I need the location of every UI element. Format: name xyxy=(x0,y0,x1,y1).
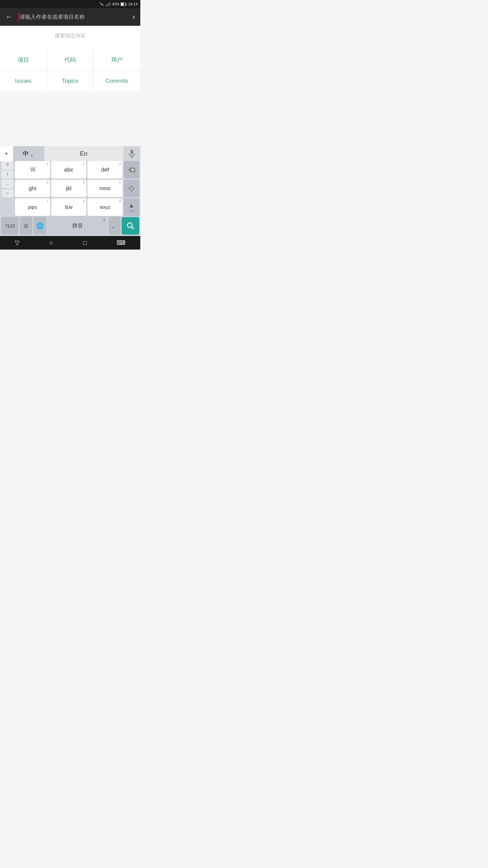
language-selector-row: 中， En xyxy=(0,146,140,161)
microphone-icon xyxy=(128,150,135,158)
back-button[interactable]: ← xyxy=(4,11,14,23)
pinyin-key[interactable]: 拼音 0 xyxy=(47,217,107,235)
key-mno[interactable]: 6 mno xyxy=(87,180,123,197)
key-abc[interactable]: 2 abc xyxy=(51,161,86,179)
status-bar: 43% 14:14 xyxy=(0,0,140,8)
search-submit-key[interactable] xyxy=(122,217,139,235)
forward-button[interactable]: › xyxy=(131,11,136,23)
svg-rect-7 xyxy=(126,3,127,5)
svg-line-0 xyxy=(99,2,104,6)
key-ci[interactable]: 1 '词 xyxy=(15,161,50,179)
globe-key[interactable]: 🌐 xyxy=(34,217,46,235)
navigation-bar: ▽ ○ □ ⌨ xyxy=(0,236,140,250)
cursor-move-key[interactable] xyxy=(124,180,139,197)
category-item-0[interactable]: 项目 xyxy=(0,49,47,71)
keyboard-row-1: ? ! 1 '词 2 abc 3 def xyxy=(0,161,140,179)
cursor-move-icon xyxy=(128,185,135,192)
key-pqrs[interactable]: 7 pqrs xyxy=(15,198,50,216)
key-exclaim[interactable]: ! xyxy=(2,171,13,179)
key-wxyz[interactable]: 9 wxyz xyxy=(87,198,123,216)
delete-key[interactable] xyxy=(124,161,139,179)
top-bar: ← 请输入作者名或者项目名称 › xyxy=(0,8,140,26)
svg-marker-18 xyxy=(133,188,135,190)
signal-icon xyxy=(106,2,110,6)
svg-marker-17 xyxy=(128,188,130,190)
keyboard-row-3: 7 pqrs 8 tuv 9 wxyz ▲ 123 xyxy=(0,198,140,216)
svg-marker-9 xyxy=(6,152,8,155)
nav-recent-button[interactable]: □ xyxy=(78,237,92,249)
key-main-row-1: 1 '词 2 abc 3 def xyxy=(15,161,123,179)
nav-home-button[interactable]: ○ xyxy=(44,237,59,249)
search-hint: 搜索指定内容 xyxy=(0,26,140,46)
keyboard-bottom-row: ?123 ☺ 🌐 拼音 0 。 xyxy=(0,217,140,235)
svg-rect-1 xyxy=(106,5,107,6)
key-main-row-2: 4 ghi 5 jkl 6 mno xyxy=(15,180,123,197)
keyboard-expand-button[interactable] xyxy=(0,146,14,161)
svg-rect-8 xyxy=(121,3,124,5)
key-ghi[interactable]: 4 ghi xyxy=(15,180,50,197)
side-keys-col-1: ? ! xyxy=(1,161,14,179)
period-key[interactable]: 。 xyxy=(108,217,121,235)
microphone-button[interactable] xyxy=(123,146,140,161)
main-content: 搜索指定内容 项目 代码 用户 Issues Topics Commits xyxy=(0,26,140,91)
side-keys-col-2: ... ～ xyxy=(1,180,14,197)
svg-marker-15 xyxy=(130,185,133,187)
svg-rect-10 xyxy=(130,150,133,154)
category-item-3[interactable]: Issues xyxy=(0,71,47,91)
shift-key[interactable]: ▲ 123 xyxy=(124,198,139,216)
english-lang-button[interactable]: En xyxy=(44,146,123,161)
wifi-icon xyxy=(99,2,104,6)
key-ellipsis[interactable]: ... xyxy=(2,180,13,188)
key-tilde[interactable]: ～ xyxy=(2,189,13,198)
keyboard: 中， En ? ! 1 '词 2 abc 3 xyxy=(0,146,140,236)
svg-line-20 xyxy=(131,227,134,229)
key-tuv[interactable]: 8 tuv xyxy=(51,198,86,216)
empty-side-col xyxy=(1,198,14,216)
search-container[interactable]: 请输入作者名或者项目名称 xyxy=(18,13,127,21)
time-display: 14:14 xyxy=(128,2,138,6)
category-item-1[interactable]: 代码 xyxy=(47,49,94,71)
expand-icon xyxy=(4,151,9,156)
delete-icon xyxy=(128,167,135,173)
category-item-4[interactable]: Topics xyxy=(47,71,94,91)
chinese-lang-button[interactable]: 中， xyxy=(14,146,44,161)
emoji-key[interactable]: ☺ xyxy=(20,217,33,235)
nav-back-button[interactable]: ▽ xyxy=(9,237,25,249)
key-question[interactable]: ? xyxy=(2,161,13,170)
search-placeholder: 请输入作者名或者项目名称 xyxy=(20,14,85,21)
keyboard-row-2: ... ～ 4 ghi 5 jkl 6 mno xyxy=(0,180,140,197)
svg-marker-16 xyxy=(130,190,133,192)
search-cursor xyxy=(18,13,19,21)
num-sym-key[interactable]: ?123 xyxy=(1,217,19,235)
key-jkl[interactable]: 5 jkl xyxy=(51,180,86,197)
category-item-2[interactable]: 用户 xyxy=(94,49,140,71)
battery-percent: 43% xyxy=(112,2,119,6)
key-def[interactable]: 3 def xyxy=(87,161,123,179)
search-icon xyxy=(127,222,134,230)
pinyin-badge: 0 xyxy=(103,218,105,222)
category-grid: 项目 代码 用户 Issues Topics Commits xyxy=(0,49,140,91)
nav-keyboard-button[interactable]: ⌨ xyxy=(111,237,131,249)
category-item-5[interactable]: Commits xyxy=(94,71,140,91)
status-icons: 43% 14:14 xyxy=(99,2,138,6)
battery-icon xyxy=(121,2,127,6)
key-main-row-3: 7 pqrs 8 tuv 9 wxyz xyxy=(15,198,123,216)
